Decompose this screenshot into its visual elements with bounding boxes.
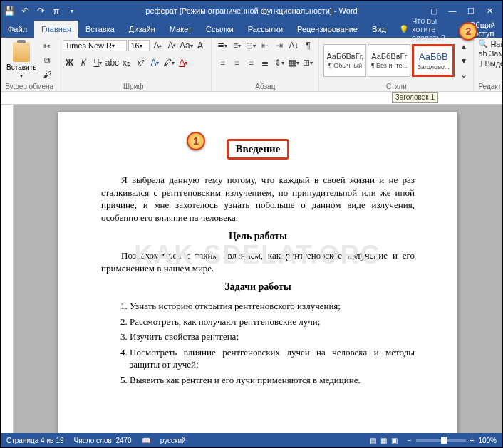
highlight-icon[interactable]: 🖍▾ bbox=[162, 56, 175, 69]
italic-icon[interactable]: К bbox=[77, 56, 90, 69]
zoom-control[interactable]: − + 100% bbox=[408, 437, 497, 444]
copy-icon[interactable]: ⧉ bbox=[41, 54, 53, 67]
group-editing: 🔍Найти▾ abЗаменить ▯Выделить▾ Редактиров… bbox=[474, 38, 503, 91]
font-size-combo[interactable]: 16 ▾ bbox=[128, 40, 150, 51]
ribbon: Вставить ▾ ✂ ⧉ 🖌 Буфер обмена Times New … bbox=[1, 38, 502, 92]
list-item[interactable]: Выявить как рентген и его лучи применяют… bbox=[130, 374, 415, 387]
minimize-icon[interactable]: — bbox=[448, 6, 457, 15]
format-painter-icon[interactable]: 🖌 bbox=[41, 68, 53, 81]
style-preview: АаБбВвГг bbox=[371, 52, 407, 61]
vertical-ruler[interactable] bbox=[1, 105, 14, 433]
font-color-icon[interactable]: A▾ bbox=[177, 56, 190, 69]
shading-icon[interactable]: ▦▾ bbox=[287, 56, 300, 69]
bold-icon[interactable]: Ж bbox=[63, 56, 76, 69]
redo-icon[interactable]: ↷ bbox=[35, 5, 46, 16]
underline-icon[interactable]: Ч▾ bbox=[91, 56, 104, 69]
lightbulb-icon: 💡 bbox=[399, 25, 409, 34]
numbering-icon[interactable]: ≡▾ bbox=[230, 39, 243, 52]
list-item[interactable]: Рассмотреть, как получают рентгеновские … bbox=[130, 316, 415, 328]
group-styles: АаБбВвГг, ¶ Обычный АаБбВвГг ¶ Без инте.… bbox=[319, 38, 474, 91]
tab-insert[interactable]: Вставка bbox=[78, 21, 122, 38]
align-left-icon[interactable]: ≡ bbox=[216, 56, 229, 69]
select-icon: ▯ bbox=[478, 58, 482, 68]
clear-format-icon[interactable]: A̷ bbox=[194, 39, 207, 52]
replace-button[interactable]: abЗаменить bbox=[478, 49, 503, 58]
tab-review[interactable]: Рецензирование bbox=[290, 21, 365, 38]
paste-label: Вставить bbox=[6, 63, 36, 71]
subscript-icon[interactable]: x₂ bbox=[120, 56, 133, 69]
multilevel-icon[interactable]: ⊟▾ bbox=[244, 39, 257, 52]
doc-subheading[interactable]: Задачи работы bbox=[101, 281, 415, 293]
doc-paragraph[interactable]: Познакомиться с таким явлением, как рент… bbox=[101, 249, 415, 274]
styles-down-icon[interactable]: ▾ bbox=[459, 54, 469, 67]
status-page[interactable]: Страница 4 из 19 bbox=[6, 437, 64, 444]
tab-home[interactable]: Главная bbox=[34, 21, 78, 38]
doc-subheading[interactable]: Цель работы bbox=[101, 231, 415, 242]
tab-mailings[interactable]: Рассылки bbox=[241, 21, 290, 38]
strike-icon[interactable]: abc bbox=[105, 56, 118, 69]
text-effects-icon[interactable]: A▾ bbox=[148, 56, 161, 69]
shrink-font-icon[interactable]: A▾ bbox=[165, 39, 178, 52]
clipboard-icon bbox=[13, 42, 30, 62]
page-scroll[interactable]: KAK-SDELAT.ORG 1 Введение Я выбрала данн… bbox=[14, 105, 502, 433]
list-item[interactable]: Изучить свойства рентгена; bbox=[130, 330, 415, 343]
maximize-icon[interactable]: ☐ bbox=[467, 6, 475, 15]
styles-up-icon[interactable]: ▴ bbox=[459, 40, 469, 53]
list-item[interactable]: Узнать историю открытия рентгеновского и… bbox=[130, 300, 415, 313]
status-language[interactable]: русский bbox=[160, 437, 186, 444]
replace-icon: ab bbox=[478, 49, 487, 58]
font-name-combo[interactable]: Times New R ▾ bbox=[63, 40, 127, 51]
qat-more-icon[interactable]: ▾ bbox=[66, 5, 78, 16]
increase-indent-icon[interactable]: ⇥ bbox=[273, 39, 286, 52]
close-icon[interactable]: ✕ bbox=[485, 6, 494, 15]
select-button[interactable]: ▯Выделить▾ bbox=[478, 58, 503, 68]
status-words[interactable]: Число слов: 2470 bbox=[74, 437, 132, 444]
tab-view[interactable]: Вид bbox=[365, 21, 393, 38]
paste-button[interactable]: Вставить ▾ bbox=[5, 41, 38, 80]
zoom-slider[interactable] bbox=[416, 439, 466, 442]
view-print-icon[interactable]: ▦ bbox=[380, 437, 387, 444]
align-right-icon[interactable]: ≡ bbox=[244, 56, 257, 69]
sort-icon[interactable]: A↓ bbox=[287, 39, 300, 52]
find-button[interactable]: 🔍Найти▾ bbox=[478, 39, 503, 48]
group-paragraph: ≣▾ ≡▾ ⊟▾ ⇤ ⇥ A↓ ¶ ≡ ≡ ≡ ≣ ⇕▾ ▦▾ ⊞▾ bbox=[212, 38, 319, 91]
doc-paragraph[interactable]: Я выбрала данную тему потому, что каждый… bbox=[101, 174, 415, 224]
tab-references[interactable]: Ссылки bbox=[199, 21, 241, 38]
status-spellcheck-icon[interactable]: 📖 bbox=[142, 437, 150, 444]
zoom-out-icon[interactable]: − bbox=[408, 437, 412, 444]
tab-layout[interactable]: Макет bbox=[162, 21, 199, 38]
view-read-icon[interactable]: ▤ bbox=[370, 437, 376, 444]
view-web-icon[interactable]: ▣ bbox=[391, 437, 398, 444]
doc-heading[interactable]: Введение bbox=[227, 139, 290, 160]
tab-design[interactable]: Дизайн bbox=[122, 21, 162, 38]
zoom-in-icon[interactable]: + bbox=[470, 437, 475, 444]
tell-me-search[interactable]: 💡Что вы хотите сделать? bbox=[399, 21, 450, 38]
zoom-value[interactable]: 100% bbox=[478, 437, 497, 444]
undo-icon[interactable]: ↶ bbox=[19, 5, 31, 16]
save-icon[interactable]: 💾 bbox=[4, 5, 15, 16]
decrease-indent-icon[interactable]: ⇤ bbox=[259, 39, 271, 52]
align-center-icon[interactable]: ≡ bbox=[230, 56, 243, 69]
style-normal[interactable]: АаБбВвГг, ¶ Обычный bbox=[323, 44, 366, 77]
show-marks-icon[interactable]: ¶ bbox=[301, 39, 314, 52]
justify-icon[interactable]: ≣ bbox=[259, 56, 271, 69]
styles-more-icon[interactable]: ⌄ bbox=[459, 68, 469, 81]
style-no-spacing[interactable]: АаБбВвГг ¶ Без инте... bbox=[368, 44, 410, 77]
change-case-icon[interactable]: Aa▾ bbox=[180, 39, 192, 52]
horizontal-ruler[interactable]: Заголовок 1 bbox=[1, 92, 502, 105]
list-item[interactable]: Посмотреть влияние рентгеновских лучей н… bbox=[130, 346, 415, 371]
style-heading1[interactable]: АаБбВ Заголово... bbox=[412, 44, 455, 77]
tab-file[interactable]: Файл bbox=[1, 21, 34, 38]
style-tooltip: Заголовок 1 bbox=[392, 92, 438, 103]
doc-ordered-list[interactable]: Узнать историю открытия рентгеновского и… bbox=[130, 300, 415, 386]
style-preview: АаБбВвГг, bbox=[326, 52, 363, 61]
ribbon-options-icon[interactable]: ▢ bbox=[430, 6, 438, 15]
equation-icon[interactable]: π bbox=[51, 5, 62, 16]
bullets-icon[interactable]: ≣▾ bbox=[216, 39, 229, 52]
cut-icon[interactable]: ✂ bbox=[41, 40, 53, 53]
document-page[interactable]: KAK-SDELAT.ORG 1 Введение Я выбрала данн… bbox=[58, 112, 457, 433]
line-spacing-icon[interactable]: ⇕▾ bbox=[273, 56, 286, 69]
grow-font-icon[interactable]: A▴ bbox=[151, 39, 164, 52]
superscript-icon[interactable]: x² bbox=[134, 56, 147, 69]
borders-icon[interactable]: ⊞▾ bbox=[301, 56, 314, 69]
